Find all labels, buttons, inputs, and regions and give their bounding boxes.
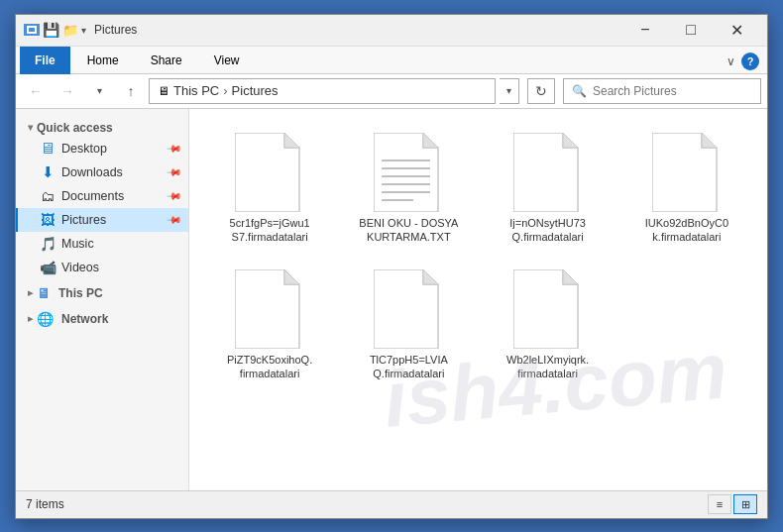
tab-view[interactable]: View xyxy=(199,47,255,73)
window-title: Pictures xyxy=(94,23,622,37)
search-box[interactable]: 🔍 xyxy=(563,78,761,104)
sidebar-this-pc[interactable]: ▸ 🖥 This PC xyxy=(16,279,188,303)
svg-marker-3 xyxy=(423,133,438,148)
svg-marker-1 xyxy=(284,133,299,148)
status-bar: 7 items ≡ ⊞ xyxy=(16,490,767,518)
view-buttons: ≡ ⊞ xyxy=(708,494,757,514)
videos-label: Videos xyxy=(61,261,180,274)
main-file-area: ish4.com 5cr1fgPs=jGwu1S7.firmadatalari xyxy=(189,109,767,490)
files-grid: 5cr1fgPs=jGwu1S7.firmadatalari xyxy=(199,119,757,395)
file-name-6: TlC7ppH5=LVIAQ.firmadatalari xyxy=(370,353,448,381)
file-name-5: PiZT9cK5oxihoQ.firmadatalari xyxy=(227,353,312,381)
save-icon[interactable]: 💾 xyxy=(43,22,59,38)
path-icon: 🖥 xyxy=(158,84,169,98)
title-bar-icons: 💾 📁 ▾ xyxy=(24,22,86,38)
content-area: ▾ Quick access 🖥 Desktop 📌 ⬇ Downloads 📌… xyxy=(16,109,767,490)
minimize-button[interactable]: − xyxy=(622,14,668,46)
network-icon: 🌐 xyxy=(37,311,54,327)
file-icon-blank-4 xyxy=(652,133,722,212)
quick-access-text: Quick access xyxy=(37,121,113,135)
address-path[interactable]: 🖥 This PC › Pictures xyxy=(149,78,496,104)
pin-icon-pictures: 📌 xyxy=(167,211,182,227)
documents-icon: 🗂 xyxy=(40,188,56,204)
expand-arrow-icon: ▾ xyxy=(28,122,33,133)
item-count: 7 items xyxy=(26,497,64,511)
maximize-button[interactable]: □ xyxy=(668,14,714,46)
file-name-3: Ij=nONsytHU73Q.firmadatalari xyxy=(509,216,586,245)
file-name-2: BENI OKU - DOSYAKURTARMA.TXT xyxy=(359,216,458,245)
back-button[interactable]: ← xyxy=(22,79,50,103)
file-item[interactable]: TlC7ppH5=LVIAQ.firmadatalari xyxy=(344,262,473,389)
file-item[interactable]: Ij=nONsytHU73Q.firmadatalari xyxy=(484,125,613,253)
sidebar-item-downloads[interactable]: ⬇ Downloads 📌 xyxy=(16,160,188,184)
app-icon xyxy=(24,24,40,36)
svg-marker-19 xyxy=(563,269,578,284)
this-pc-icon: 🖥 xyxy=(37,285,51,301)
file-icon-blank-5 xyxy=(235,269,304,349)
this-pc-expand-icon: ▸ xyxy=(28,287,33,298)
close-button[interactable]: ✕ xyxy=(714,14,759,46)
path-separator-1: › xyxy=(223,83,227,98)
file-item[interactable]: Wb2leLIXmyiqrk.firmadatalari xyxy=(484,262,613,389)
sidebar-item-desktop[interactable]: 🖥 Desktop 📌 xyxy=(16,137,188,160)
pictures-label: Pictures xyxy=(61,213,163,227)
ribbon-tabs: File Home Share View ∨ ? xyxy=(16,47,767,73)
pictures-icon: 🖼 xyxy=(40,212,56,228)
sidebar: ▾ Quick access 🖥 Desktop 📌 ⬇ Downloads 📌… xyxy=(16,109,189,490)
sidebar-network[interactable]: ▸ 🌐 Network xyxy=(16,303,188,329)
search-input[interactable] xyxy=(593,84,752,98)
desktop-icon: 🖥 xyxy=(40,141,56,157)
file-icon-text xyxy=(374,133,443,212)
sidebar-item-pictures[interactable]: 🖼 Pictures 📌 xyxy=(16,208,188,232)
sidebar-item-documents[interactable]: 🗂 Documents 📌 xyxy=(16,184,188,208)
tab-home[interactable]: Home xyxy=(72,47,134,73)
music-label: Music xyxy=(61,237,180,251)
svg-marker-17 xyxy=(423,269,438,284)
window-controls: − □ ✕ xyxy=(622,14,759,46)
file-icon-blank-7 xyxy=(513,269,583,349)
file-name-7: Wb2leLIXmyiqrk.firmadatalari xyxy=(506,353,589,381)
address-bar: ← → ▾ ↑ 🖥 This PC › Pictures ▾ ↻ 🔍 xyxy=(16,74,767,109)
sidebar-item-music[interactable]: 🎵 Music xyxy=(16,232,188,256)
forward-button[interactable]: → xyxy=(54,79,81,103)
ribbon: File Home Share View ∨ ? xyxy=(16,47,767,74)
grid-view-button[interactable]: ⊞ xyxy=(733,494,757,514)
file-item[interactable]: IUKo92dBnOyC0k.firmadatalari xyxy=(622,125,751,253)
file-name-1: 5cr1fgPs=jGwu1S7.firmadatalari xyxy=(230,216,310,245)
network-expand-icon: ▸ xyxy=(28,313,33,324)
folder-yellow-icon: 📁 xyxy=(62,23,78,38)
file-item[interactable]: BENI OKU - DOSYAKURTARMA.TXT xyxy=(344,125,473,253)
recent-button[interactable]: ▾ xyxy=(85,79,113,103)
dropdown-arrow-icon[interactable]: ▾ xyxy=(81,25,86,36)
svg-marker-11 xyxy=(563,133,578,148)
svg-marker-13 xyxy=(702,133,717,148)
pin-icon-downloads: 📌 xyxy=(167,163,182,179)
downloads-label: Downloads xyxy=(61,165,163,179)
tab-file[interactable]: File xyxy=(20,47,70,74)
help-button[interactable]: ? xyxy=(741,53,759,70)
documents-label: Documents xyxy=(61,189,163,203)
music-icon: 🎵 xyxy=(40,236,56,252)
path-pictures[interactable]: Pictures xyxy=(232,83,279,98)
refresh-button[interactable]: ↻ xyxy=(527,78,555,104)
this-pc-label: This PC xyxy=(58,286,103,300)
pin-icon-desktop: 📌 xyxy=(167,140,182,156)
pin-icon-documents: 📌 xyxy=(167,187,182,203)
file-item[interactable]: 5cr1fgPs=jGwu1S7.firmadatalari xyxy=(205,125,334,253)
explorer-window: 💾 📁 ▾ Pictures − □ ✕ File Home Share Vie… xyxy=(15,14,768,519)
title-bar: 💾 📁 ▾ Pictures − □ ✕ xyxy=(16,15,767,47)
address-dropdown-button[interactable]: ▾ xyxy=(500,78,519,104)
videos-icon: 📹 xyxy=(40,260,56,275)
downloads-icon: ⬇ xyxy=(40,164,56,180)
list-view-button[interactable]: ≡ xyxy=(708,494,731,514)
file-icon-blank-6 xyxy=(374,269,443,349)
file-icon-blank-1 xyxy=(235,133,304,212)
path-this-pc[interactable]: This PC xyxy=(173,83,219,98)
sidebar-item-videos[interactable]: 📹 Videos xyxy=(16,256,188,279)
ribbon-chevron-icon[interactable]: ∨ xyxy=(727,54,735,68)
tab-share[interactable]: Share xyxy=(136,47,197,73)
up-button[interactable]: ↑ xyxy=(117,79,145,103)
quick-access-label[interactable]: ▾ Quick access xyxy=(16,113,188,137)
file-item[interactable]: PiZT9cK5oxihoQ.firmadatalari xyxy=(205,262,334,389)
search-icon: 🔍 xyxy=(572,84,587,98)
